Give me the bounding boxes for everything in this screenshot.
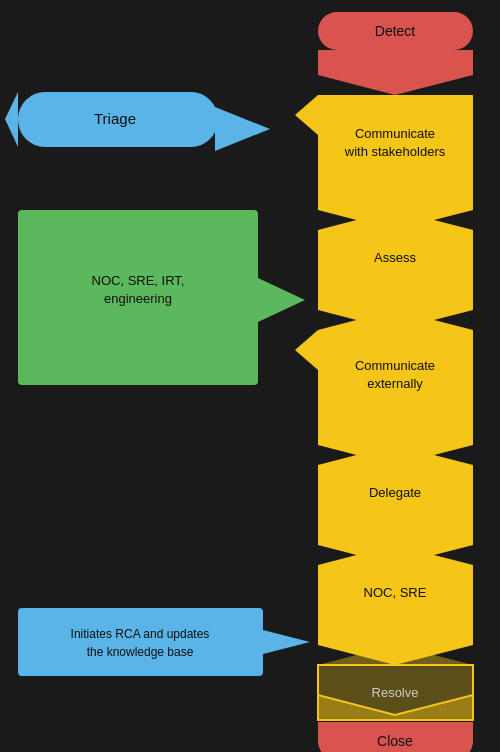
diagram-container: Detect Communicate with stakeholders Ass… <box>0 0 500 752</box>
svg-text:Triage: Triage <box>94 110 136 127</box>
svg-text:Communicate: Communicate <box>355 126 435 141</box>
svg-text:Communicate: Communicate <box>355 358 435 373</box>
svg-text:engineering: engineering <box>104 291 172 306</box>
svg-text:NOC, SRE: NOC, SRE <box>364 585 427 600</box>
svg-text:Resolve: Resolve <box>372 685 419 700</box>
svg-text:Delegate: Delegate <box>369 485 421 500</box>
svg-text:Assess: Assess <box>374 250 416 265</box>
svg-text:the knowledge base: the knowledge base <box>87 645 194 659</box>
svg-text:Initiates RCA and updates: Initiates RCA and updates <box>71 627 210 641</box>
svg-text:Detect: Detect <box>375 23 416 39</box>
svg-text:externally: externally <box>367 376 423 391</box>
svg-text:Close: Close <box>377 733 413 749</box>
svg-text:with stakeholders: with stakeholders <box>344 144 446 159</box>
svg-rect-94 <box>18 608 263 676</box>
svg-rect-67 <box>318 330 473 420</box>
svg-text:NOC, SRE, IRT,: NOC, SRE, IRT, <box>92 273 185 288</box>
